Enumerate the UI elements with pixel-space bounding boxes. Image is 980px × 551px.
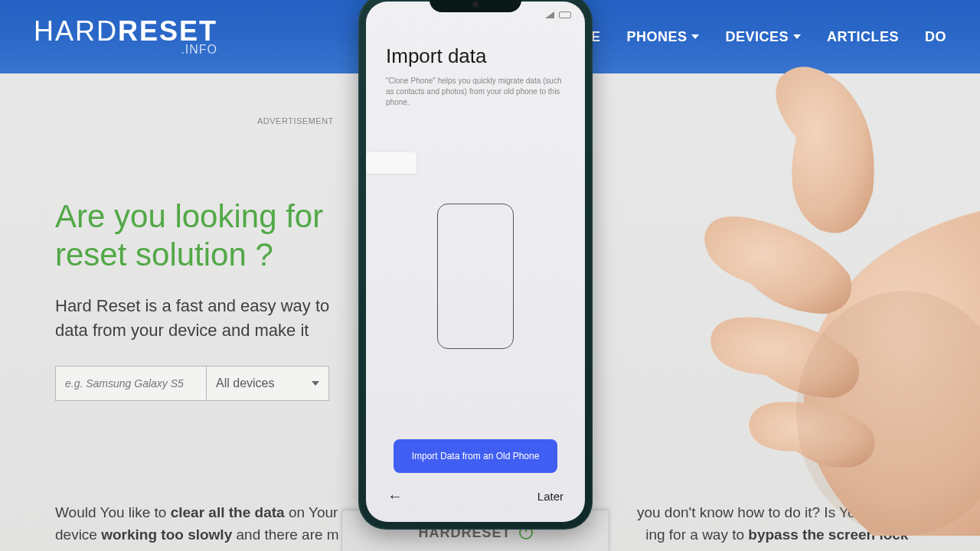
nav-articles[interactable]: ARTICLES: [827, 29, 899, 45]
search-row: All devices: [55, 366, 329, 401]
chevron-down-icon: [793, 34, 801, 39]
advertisement-label: ADVERTISEMENT: [257, 116, 334, 126]
phone-device: Import data "Clone Phone" helps you quic…: [358, 0, 593, 530]
screen-content: Import data "Clone Phone" helps you quic…: [366, 23, 585, 473]
signal-icon: [545, 11, 556, 18]
page-headline: Are you looking for reset solution ?: [55, 197, 323, 275]
screen-description: "Clone Phone" helps you quickly migrate …: [386, 76, 565, 108]
chevron-down-icon: [312, 381, 319, 386]
search-input[interactable]: [55, 366, 207, 401]
chevron-down-icon: [691, 34, 699, 39]
page-subtext: Hard Reset is a fast and easy way to dat…: [55, 294, 329, 343]
import-data-button[interactable]: Import Data from an Old Phone: [394, 439, 557, 473]
main-nav: HOME PHONES DEVICES ARTICLES DO: [557, 29, 946, 45]
hand-overlay: [651, 46, 980, 536]
device-filter-select[interactable]: All devices: [207, 366, 329, 401]
screen-title: Import data: [386, 44, 565, 68]
nav-phones[interactable]: PHONES: [626, 29, 699, 45]
illustration-phone-outline: [437, 204, 514, 349]
later-button[interactable]: Later: [537, 490, 564, 503]
import-illustration: [386, 131, 565, 421]
status-bar: [366, 2, 585, 23]
illustration-card: [366, 152, 416, 174]
back-arrow-icon[interactable]: ←: [387, 487, 403, 505]
bottom-bar: ← Later: [366, 473, 585, 522]
site-logo[interactable]: HARDRESET .INFO: [34, 18, 217, 56]
nav-more[interactable]: DO: [925, 29, 946, 45]
phone-screen: Import data "Clone Phone" helps you quic…: [366, 2, 585, 522]
page-background: HARDRESET .INFO HOME PHONES DEVICES ARTI…: [0, 0, 980, 551]
svg-point-0: [796, 291, 980, 536]
battery-icon: [559, 11, 571, 18]
logo-text-bold: RESET: [118, 15, 217, 47]
logo-text-light: HARD: [34, 15, 118, 47]
nav-devices[interactable]: DEVICES: [725, 29, 801, 45]
